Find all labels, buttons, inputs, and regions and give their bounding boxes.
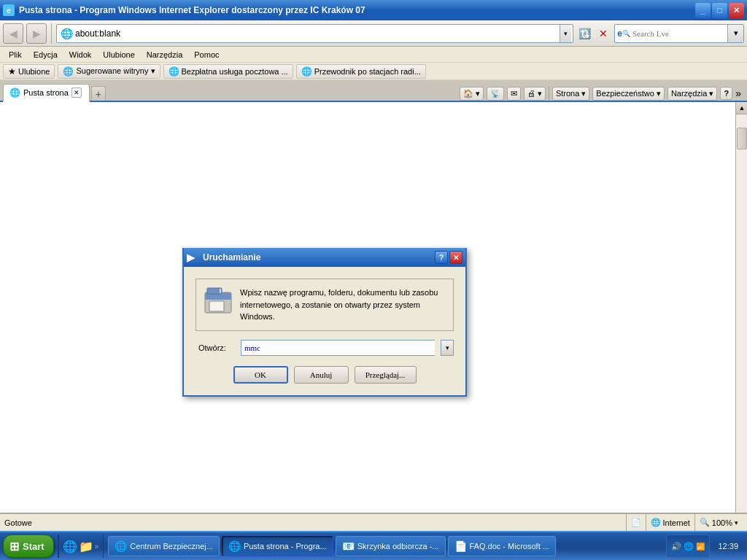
status-text: Gotowe <box>4 518 626 527</box>
maximize-button[interactable]: □ <box>712 3 727 18</box>
taskbar-icon-0: 🌐 <box>115 540 127 552</box>
new-tab-button[interactable]: + <box>91 86 106 101</box>
dialog-title: Uruchamianie <box>203 252 435 262</box>
forward-button[interactable]: ▶ <box>26 23 47 44</box>
tray-icon-signal[interactable]: 📶 <box>696 542 705 551</box>
tray-icon-sound[interactable]: 🔊 <box>671 542 681 551</box>
refresh-button[interactable]: 🔃 <box>576 26 592 42</box>
menu-pomoc[interactable]: Pomoc <box>188 49 225 61</box>
tab-close-button[interactable]: ✕ <box>71 88 82 98</box>
quick-explorer-icon[interactable]: 📁 <box>79 540 93 553</box>
taskbar-items: 🌐 Centrum Bezpiecznej... 🌐 Pusta strona … <box>108 536 664 556</box>
dialog-close-button[interactable]: ✕ <box>449 251 462 264</box>
browse-button[interactable]: Przeglądaj... <box>355 366 417 384</box>
tray-icon-network[interactable]: 🌐 <box>684 542 694 551</box>
feeds-button[interactable]: 📡 <box>487 87 504 101</box>
menu-edycja[interactable]: Edycja <box>28 49 63 61</box>
open-label: Otwórz: <box>198 343 235 352</box>
menu-plik[interactable]: Plik <box>3 49 28 61</box>
strona-button[interactable]: Strona ▾ <box>552 87 589 101</box>
zoom-dropdown[interactable]: ▾ <box>735 519 738 526</box>
narzedzia-button[interactable]: Narzędzia ▾ <box>667 87 718 101</box>
quick-launch: 🌐 📁 » <box>63 540 99 553</box>
expand-button[interactable]: » <box>735 88 741 99</box>
run-dialog[interactable]: ▶ Uruchamianie ? ✕ <box>182 248 467 397</box>
close-button[interactable]: ✕ <box>729 3 744 18</box>
start-label: Start <box>23 541 44 552</box>
stop-button[interactable]: ✕ <box>595 26 611 42</box>
dialog-help-button[interactable]: ? <box>435 251 448 264</box>
favorites-button[interactable]: ★ Ulubione <box>3 64 55 79</box>
dialog-inner-panel: Wpisz nazwę programu, folderu, dokumentu… <box>196 279 454 331</box>
clock[interactable]: 12:39 <box>712 542 744 551</box>
favorites-bar: ★ Ulubione 🌐 Sugerowane witryny ▾ 🌐 Bezp… <box>0 63 747 80</box>
taskbar-item-0[interactable]: 🌐 Centrum Bezpiecznej... <box>108 536 220 556</box>
quick-ie-icon[interactable]: 🌐 <box>63 540 77 553</box>
address-dropdown-button[interactable]: ▾ <box>560 25 571 42</box>
dialog-desc-line1: Wpisz nazwę programu, folderu, dokumentu… <box>240 287 446 299</box>
menu-ulubione[interactable]: Ulubione <box>97 49 140 61</box>
menu-widok[interactable]: Widok <box>63 49 98 61</box>
ie-icon: e <box>3 4 15 16</box>
window-title: Pusta strona - Program Windows Internet … <box>19 5 695 15</box>
status-zoom[interactable]: 🔍 100% ▾ <box>695 518 743 527</box>
favorites-label: Ulubione <box>18 67 50 76</box>
titlebar: e Pusta strona - Program Windows Interne… <box>0 0 747 20</box>
address-input[interactable] <box>75 28 560 39</box>
radio-guide-button[interactable]: 🌐 Przewodnik po stacjach radi... <box>296 64 426 79</box>
menubar: Plik Edycja Widok Ulubione Narzędzia Pom… <box>0 47 747 63</box>
star-icon: ★ <box>8 66 16 77</box>
open-dropdown-button[interactable]: ▾ <box>441 340 454 356</box>
help-button[interactable]: ? <box>720 87 732 100</box>
ok-button[interactable]: OK <box>233 366 288 384</box>
mail-button[interactable]: ✉ <box>507 87 521 101</box>
taskbar-item-2[interactable]: 📧 Skrzynka odbiorcza -... <box>336 536 446 556</box>
taskbar-label-1: Pusta strona - Progra... <box>244 542 327 551</box>
bezpieczenstwo-button[interactable]: Bezpieczeństwo ▾ <box>592 87 665 101</box>
suggested-sites-label: Sugerowane witryny ▾ <box>76 66 155 76</box>
run-icon <box>204 287 233 316</box>
zoom-icon: 🔍 <box>700 518 710 527</box>
dialog-controls: ? ✕ <box>435 251 462 264</box>
globe-icon-2: 🌐 <box>169 66 179 77</box>
taskbar-item-3[interactable]: 📄 FAQ.doc - Microsoft ... <box>448 536 556 556</box>
taskbar-label-3: FAQ.doc - Microsoft ... <box>470 542 549 551</box>
radio-guide-label: Przewodnik po stacjach radi... <box>314 67 421 76</box>
back-button[interactable]: ◀ <box>3 23 23 44</box>
zone-globe-icon: 🌐 <box>651 518 661 527</box>
globe-icon-1: 🌐 <box>63 66 74 77</box>
taskbar-icon-3: 📄 <box>454 540 467 552</box>
start-button[interactable]: ⊞ Start <box>3 534 54 558</box>
free-mail-label: Bezpłatna usługa pocztowa ... <box>182 67 288 76</box>
status-zone-internet: 🌐 Internet <box>646 518 694 527</box>
vertical-scrollbar[interactable]: ▲ <box>735 102 747 513</box>
window-controls: _ □ ✕ <box>695 3 744 18</box>
taskbar-item-1[interactable]: 🌐 Pusta strona - Progra... <box>222 536 333 556</box>
print-button[interactable]: 🖨 ▾ <box>524 87 546 101</box>
address-bar[interactable]: 🌐 ▾ <box>56 24 573 43</box>
search-input[interactable] <box>632 29 727 38</box>
free-mail-button[interactable]: 🌐 Bezpłatna usługa pocztowa ... <box>163 64 293 79</box>
scroll-thumb[interactable] <box>737 128 747 149</box>
navigation-toolbar: ◀ ▶ 🌐 ▾ 🔃 ✕ e 🔍 ▾ <box>0 20 747 47</box>
tab-bar: 🌐 Pusta strona ✕ + 🏠 ▾ 📡 ✉ 🖨 ▾ Strona ▾ … <box>0 80 747 102</box>
live-search-icon: e 🔍 <box>615 28 632 39</box>
dialog-content: Wpisz nazwę programu, folderu, dokumentu… <box>184 267 465 395</box>
minimize-button[interactable]: _ <box>695 3 711 18</box>
quick-expand[interactable]: » <box>95 542 99 551</box>
tab-favicon: 🌐 <box>9 88 20 98</box>
open-input[interactable] <box>243 343 433 352</box>
suggested-sites-button[interactable]: 🌐 Sugerowane witryny ▾ <box>58 64 160 79</box>
windows-logo: ⊞ <box>9 540 19 553</box>
globe-icon-3: 🌐 <box>301 66 312 77</box>
cancel-button[interactable]: Anuluj <box>294 366 349 384</box>
taskbar-icon-2: 📧 <box>342 540 355 552</box>
search-go-button[interactable]: ▾ <box>727 25 743 42</box>
scroll-up-arrow[interactable]: ▲ <box>736 102 747 114</box>
tab-pusta-strona[interactable]: 🌐 Pusta strona ✕ <box>3 84 90 102</box>
open-input-container[interactable] <box>241 340 435 356</box>
svg-rect-2 <box>209 301 224 311</box>
statusbar: Gotowe 📄 🌐 Internet 🔍 100% ▾ <box>0 513 747 531</box>
home-button[interactable]: 🏠 ▾ <box>460 87 484 101</box>
menu-narzedzia[interactable]: Narzędzia <box>141 49 189 61</box>
